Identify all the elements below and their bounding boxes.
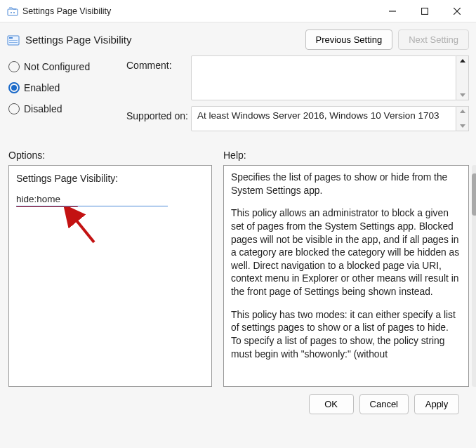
next-setting-button: Next Setting [398, 29, 469, 50]
radio-icon [8, 103, 20, 114]
window-title: Settings Page Visibility [22, 6, 376, 16]
scroll-up-icon [460, 59, 465, 62]
svg-rect-8 [9, 37, 13, 39]
svg-rect-0 [8, 9, 18, 15]
maximize-button[interactable] [409, 0, 441, 22]
svg-point-2 [13, 12, 15, 13]
supported-label: Supported on: [126, 106, 191, 121]
radio-label: Enabled [24, 82, 60, 93]
help-panel: Specifies the list of pages to show or h… [223, 165, 469, 387]
help-section-label: Help: [223, 150, 469, 161]
titlebar: Settings Page Visibility [0, 0, 476, 22]
apply-button[interactable]: Apply [414, 394, 459, 414]
radio-disabled[interactable]: Disabled [8, 103, 126, 114]
options-field-label: Settings Page Visibility: [16, 173, 204, 184]
options-panel: Settings Page Visibility: [8, 165, 212, 387]
radio-icon [8, 61, 20, 72]
comment-textarea[interactable] [191, 55, 456, 100]
state-radio-group: Not Configured Enabled Disabled [8, 55, 126, 114]
scrollbar-thumb[interactable] [472, 173, 476, 216]
svg-rect-9 [9, 40, 18, 41]
minimize-button[interactable] [376, 0, 409, 22]
close-button[interactable] [441, 0, 473, 22]
help-paragraph: This policy allows an administrator to b… [231, 207, 460, 298]
svg-rect-4 [422, 8, 428, 14]
policy-icon [7, 34, 20, 46]
policy-header: Settings Page Visibility Previous Settin… [0, 22, 476, 53]
annotation-arrow [63, 207, 105, 249]
radio-enabled[interactable]: Enabled [8, 82, 126, 93]
policy-title: Settings Page Visibility [25, 34, 131, 46]
radio-label: Not Configured [24, 61, 90, 72]
app-icon [7, 6, 18, 17]
radio-icon [8, 82, 20, 93]
comment-label: Comment: [126, 55, 191, 71]
comment-scrollbar[interactable] [456, 55, 469, 100]
previous-setting-button[interactable]: Previous Setting [305, 29, 393, 50]
radio-label: Disabled [24, 103, 62, 114]
help-scrollbar[interactable] [472, 165, 476, 387]
cancel-button[interactable]: Cancel [359, 394, 409, 414]
help-paragraph: This policy has two modes: it can either… [231, 309, 460, 362]
help-paragraph: Specifies the list of pages to show or h… [231, 171, 460, 197]
svg-rect-10 [9, 42, 18, 43]
scroll-up-icon [460, 110, 465, 113]
radio-not-configured[interactable]: Not Configured [8, 61, 126, 72]
settings-page-visibility-input[interactable] [16, 192, 168, 206]
options-section-label: Options: [8, 150, 223, 161]
svg-point-1 [11, 12, 12, 13]
scroll-down-icon [460, 124, 465, 128]
supported-scrollbar[interactable] [456, 106, 469, 131]
supported-on-text: At least Windows Server 2016, Windows 10… [191, 106, 456, 131]
scroll-down-icon [460, 93, 465, 97]
ok-button[interactable]: OK [309, 394, 354, 414]
